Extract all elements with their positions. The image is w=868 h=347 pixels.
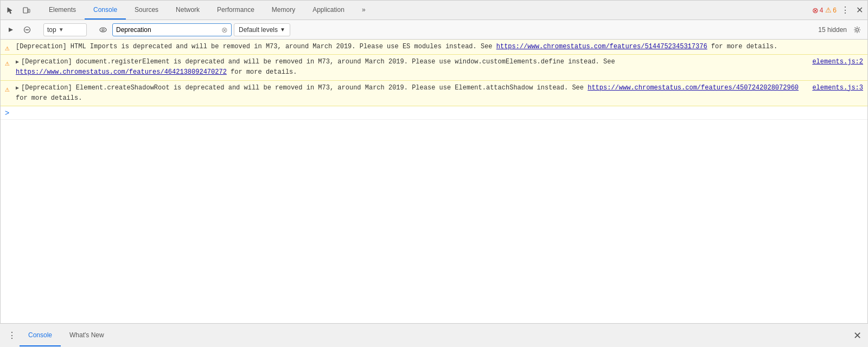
filter-input-wrapper[interactable]: ⊗ xyxy=(112,23,232,36)
prompt-arrow-icon: > xyxy=(5,108,9,117)
error-badge[interactable]: ⊗ 4 xyxy=(812,6,824,15)
clear-console-button[interactable] xyxy=(20,23,34,37)
log-levels-button[interactable]: Default levels ▼ xyxy=(234,23,290,36)
entry-content-2: ▶[Deprecation] document.registerElement … xyxy=(16,57,863,78)
tab-network[interactable]: Network xyxy=(167,1,208,20)
console-entry-2: ⚠ ▶[Deprecation] document.registerElemen… xyxy=(1,55,867,80)
tab-application[interactable]: Application xyxy=(304,1,353,20)
toolbar-right: 15 hidden xyxy=(818,23,864,37)
entry-content-3: ▶[Deprecation] Element.createShadowRoot … xyxy=(16,83,863,104)
warning-icon-1: ⚠ xyxy=(5,42,9,54)
entry-content-1: [Deprecation] HTML Imports is deprecated… xyxy=(16,42,863,52)
entry-text-1: [Deprecation] HTML Imports is deprecated… xyxy=(16,43,496,50)
warning-icon-2: ⚠ xyxy=(5,57,9,69)
svg-rect-0 xyxy=(23,8,28,13)
tab-more[interactable]: » xyxy=(353,1,374,20)
context-dropdown-icon: ▼ xyxy=(59,27,64,33)
entry-text-3: ▶[Deprecation] Element.createShadowRoot … xyxy=(16,83,812,104)
device-icon[interactable] xyxy=(19,3,34,18)
context-selector[interactable]: top ▼ xyxy=(43,23,87,36)
tab-memory[interactable]: Memory xyxy=(263,1,304,20)
tab-bar: Elements Console Sources Network Perform… xyxy=(1,1,867,20)
filter-input[interactable] xyxy=(116,26,221,34)
settings-button[interactable] xyxy=(850,23,864,37)
more-options-button[interactable]: ⋮ xyxy=(839,3,852,17)
drawer-tab-console[interactable]: Console xyxy=(20,324,61,348)
devtools-icons xyxy=(3,1,40,20)
levels-dropdown-icon: ▼ xyxy=(280,27,285,33)
expand-icon-2[interactable]: ▶ xyxy=(16,58,19,67)
entry-header-3: ▶[Deprecation] Element.createShadowRoot … xyxy=(16,83,863,104)
tab-sources[interactable]: Sources xyxy=(126,1,167,20)
drawer-tab-whats-new[interactable]: What's New xyxy=(61,324,113,348)
svg-marker-2 xyxy=(9,28,13,32)
svg-point-6 xyxy=(102,29,104,31)
drawer-menu-button[interactable]: ⋮ xyxy=(4,328,20,343)
tab-performance[interactable]: Performance xyxy=(208,1,263,20)
svg-rect-1 xyxy=(28,9,30,12)
console-toolbar: top ▼ ⊗ Default levels ▼ 15 hidden xyxy=(1,20,867,40)
entry-link-2[interactable]: https://www.chromestatus.com/features/46… xyxy=(16,68,227,76)
drawer-close-button[interactable]: ✕ xyxy=(851,327,864,344)
filter-clear-button[interactable]: ⊗ xyxy=(221,25,228,34)
warning-icon-3: ⚠ xyxy=(5,83,9,95)
entry-text-1b: for more details. xyxy=(707,43,778,50)
console-output: ⚠ [Deprecation] HTML Imports is deprecat… xyxy=(1,40,867,324)
hidden-count-label: 15 hidden xyxy=(818,26,847,34)
svg-point-7 xyxy=(856,28,859,31)
entry-link-3[interactable]: https://www.chromestatus.com/features/45… xyxy=(588,84,799,92)
tab-bar-right: ⊗ 4 ⚠ 6 ⋮ ✕ xyxy=(812,1,865,20)
warning-badge[interactable]: ⚠ 6 xyxy=(825,6,837,14)
main-tabs: Elements Console Sources Network Perform… xyxy=(40,1,812,20)
cursor-icon[interactable] xyxy=(3,3,18,18)
entry-link-1[interactable]: https://www.chromestatus.com/features/51… xyxy=(496,43,707,50)
file-link-2[interactable]: elements.js:2 xyxy=(812,57,863,78)
console-entry-1: ⚠ [Deprecation] HTML Imports is deprecat… xyxy=(1,40,867,55)
eye-icon-button[interactable] xyxy=(96,23,110,37)
file-link-3[interactable]: elements.js:3 xyxy=(812,83,863,104)
tab-console[interactable]: Console xyxy=(85,1,126,20)
console-prompt-button[interactable] xyxy=(4,23,18,37)
close-devtools-button[interactable]: ✕ xyxy=(854,3,865,17)
svg-point-5 xyxy=(100,28,106,32)
expand-icon-3[interactable]: ▶ xyxy=(16,84,19,93)
entry-text-2: ▶[Deprecation] document.registerElement … xyxy=(16,57,812,78)
entry-header-2: ▶[Deprecation] document.registerElement … xyxy=(16,57,863,78)
bottom-drawer: ⋮ Console What's New ✕ xyxy=(0,323,868,347)
console-entry-3: ⚠ ▶[Deprecation] Element.createShadowRoo… xyxy=(1,81,867,106)
tab-elements[interactable]: Elements xyxy=(40,1,85,20)
console-prompt-row[interactable]: > xyxy=(1,106,867,120)
